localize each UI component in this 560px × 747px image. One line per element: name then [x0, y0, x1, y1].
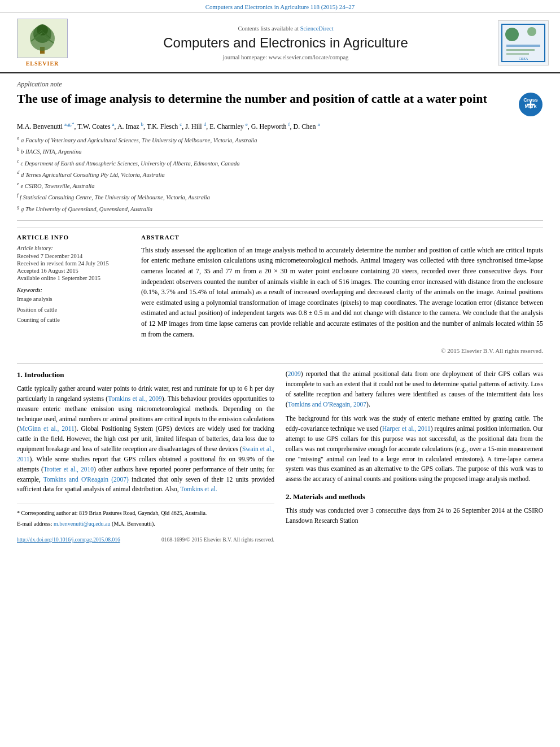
received-date: Received 7 December 2014: [17, 253, 130, 259]
journal-homepage: journal homepage: www.elsevier.com/locat…: [73, 54, 498, 60]
cite-trotter-2010[interactable]: Trotter et al., 2010: [43, 466, 94, 473]
keyword-1: Image analysis: [17, 295, 130, 304]
affiliation-g: g g The University of Queensland, Queens…: [17, 203, 543, 213]
available-date: Available online 1 September 2015: [17, 275, 130, 281]
elsevier-wordmark: ELSEVIER: [26, 60, 59, 67]
article-title-text: The use of image analysis to determine t…: [17, 91, 513, 107]
authors-line: M.A. Benvenutti a,g,*, T.W. Coates a, A.…: [17, 121, 543, 131]
footer-bar: http://dx.doi.org/10.1016/j.compag.2015.…: [17, 534, 274, 544]
intro-paragraph-1: Cattle typically gather around water poi…: [17, 384, 274, 495]
article-info-column: ARTICLE INFO Article history: Received 7…: [17, 234, 130, 354]
footnote-email: E-mail address: m.benvenutti@uq.edu.au (…: [17, 519, 274, 528]
cite-tomkins-oreagain-2007b[interactable]: Tomkins and O'Reagain, 2007: [288, 401, 366, 408]
journal-citation: Computers and Electronics in Agriculture…: [205, 3, 355, 10]
issn-line: 0168-1699/© 2015 Elsevier B.V. All right…: [161, 536, 274, 544]
affiliation-d: d d Ternes Agricultural Consulting Pty L…: [17, 169, 543, 179]
footnotes: * Corresponding author at: 819 Brian Pas…: [17, 504, 274, 528]
affiliation-a: a a Faculty of Veterinary and Agricultur…: [17, 134, 543, 145]
affiliations-section: a a Faculty of Veterinary and Agricultur…: [17, 134, 543, 221]
methods-paragraph-1: This study was conducted over 3 consecut…: [286, 506, 543, 526]
svg-point-11: [527, 27, 536, 36]
section-2-title: 2. Materials and methods: [286, 491, 543, 503]
svg-point-10: [505, 28, 519, 41]
svg-rect-12: [506, 45, 540, 47]
science-direct-link[interactable]: ScienceDirect: [300, 25, 334, 32]
article-title-container: The use of image analysis to determine t…: [17, 91, 543, 121]
article-history-title: Article history:: [17, 245, 130, 251]
cite-swain-2011[interactable]: Swain et al., 2011: [17, 445, 274, 462]
footnote-email-link[interactable]: m.benvenutti@uq.edu.au: [54, 521, 111, 527]
article-info-abstract-section: ARTICLE INFO Article history: Received 7…: [17, 228, 543, 354]
copyright-notice: © 2015 Elsevier B.V. All rights reserved…: [141, 344, 543, 354]
section-1-title: 1. Introduction: [17, 369, 274, 381]
body-right-column: (2009) reported that the animal position…: [286, 369, 543, 544]
keywords-title: Keywords:: [17, 287, 130, 293]
intro-paragraph-3: The background for this work was the stu…: [286, 414, 543, 484]
journal-header-center: Contents lists available at ScienceDirec…: [73, 25, 498, 60]
body-left-column: 1. Introduction Cattle typically gather …: [17, 369, 274, 544]
footnote-corresponding: * Corresponding author at: 819 Brian Pas…: [17, 509, 274, 518]
doi-link[interactable]: http://dx.doi.org/10.1016/j.compag.2015.…: [17, 537, 120, 543]
affiliation-b: b b IIACS, INTA, Argentina: [17, 146, 543, 156]
svg-rect-14: [506, 53, 529, 55]
abstract-heading: ABSTRACT: [141, 234, 543, 241]
cite-tomkins-oreagain-2007a[interactable]: Tomkins and O'Reagain (2007): [43, 476, 129, 483]
svg-rect-13: [506, 49, 535, 51]
journal-title: Computers and Electronics in Agriculture: [73, 35, 498, 51]
elsevier-tree-logo: [17, 19, 68, 58]
revised-date: Received in revised form 24 July 2015: [17, 260, 130, 267]
abstract-column: ABSTRACT This study assessed the applica…: [141, 234, 543, 354]
cite-tomkins-etal[interactable]: Tomkins et al.: [180, 486, 217, 492]
article-info-heading: ARTICLE INFO: [17, 234, 130, 241]
accepted-date: Accepted 16 August 2015: [17, 268, 130, 274]
cite-2009-right[interactable]: 2009: [288, 370, 301, 377]
abstract-text: This study assessed the application of a…: [141, 245, 543, 339]
journal-citation-bar: Computers and Electronics in Agriculture…: [0, 0, 560, 13]
affiliation-f: f f Statistical Consulting Centre, The U…: [17, 191, 543, 202]
cite-mcginn-2011[interactable]: McGinn et al., 2011: [19, 425, 75, 432]
intro-paragraph-2: (2009) reported that the animal position…: [286, 369, 543, 409]
journal-cover-logo: C&EA: [498, 20, 549, 65]
crossmark-logo[interactable]: Cross Mark: [518, 92, 543, 117]
keywords-section: Keywords: Image analysis Position of cat…: [17, 287, 130, 325]
doi-line: http://dx.doi.org/10.1016/j.compag.2015.…: [17, 536, 120, 544]
journal-header: ELSEVIER Contents lists available at Sci…: [0, 13, 560, 73]
affiliation-c: c c Department of Earth and Atmospheric …: [17, 158, 543, 168]
svg-text:C&EA: C&EA: [519, 57, 528, 60]
main-content: Application note The use of image analys…: [0, 73, 560, 544]
cite-harper-2011[interactable]: Harper et al., 2011: [382, 425, 431, 432]
cite-tomkins-2009[interactable]: Tomkins et al., 2009: [108, 395, 162, 402]
keyword-2: Position of cattle: [17, 305, 130, 315]
affiliation-e: e e CSIRO, Townsville, Australia: [17, 180, 543, 190]
keyword-3: Counting of cattle: [17, 316, 130, 325]
body-content: 1. Introduction Cattle typically gather …: [17, 363, 543, 544]
article-type: Application note: [17, 73, 543, 91]
elsevier-logo-container: ELSEVIER: [11, 19, 73, 67]
science-direct-text: Contents lists available at ScienceDirec…: [73, 25, 498, 32]
